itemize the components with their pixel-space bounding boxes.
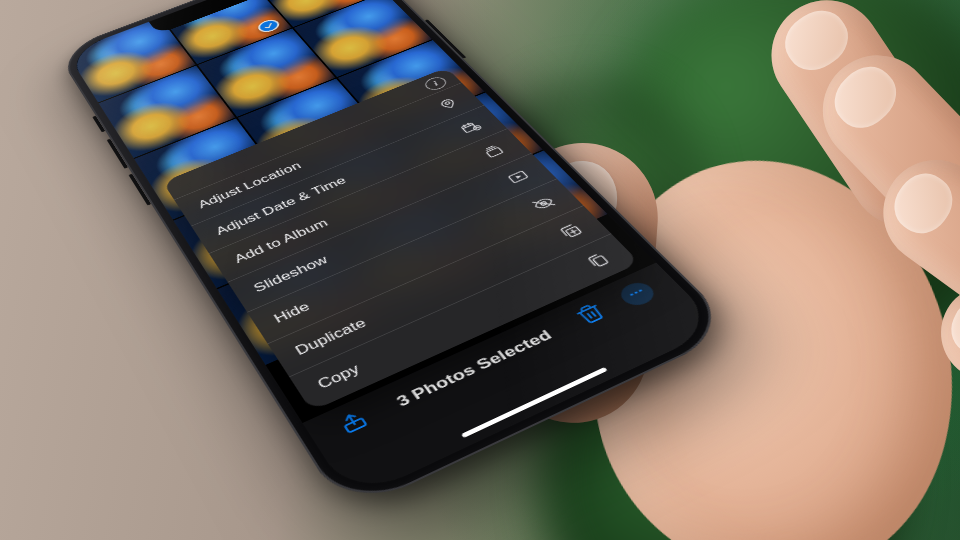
ellipsis-icon [622, 283, 653, 305]
calendar-clock-icon [456, 118, 485, 137]
plus-square-on-square-icon [554, 220, 587, 242]
map-pin-icon [434, 95, 463, 113]
menu-item-label: Slideshow [251, 254, 330, 295]
rectangle-stack-icon [479, 142, 509, 161]
screen: i Adjust Location Adjust Date & Time [66, 0, 721, 501]
menu-item-label: Duplicate [293, 316, 369, 358]
trash-button[interactable] [568, 298, 616, 331]
scene: i Adjust Location Adjust Date & Time [0, 0, 960, 540]
menu-item-label: Hide [272, 300, 313, 326]
phone: i Adjust Location Adjust Date & Time [56, 0, 738, 514]
share-icon [335, 407, 375, 440]
menu-item-label: Add to Album [232, 217, 330, 266]
menu-item-duplicate[interactable]: Duplicate [268, 205, 611, 376]
svg-point-0 [445, 101, 451, 105]
menu-item-label: Copy [315, 362, 363, 392]
svg-line-12 [572, 230, 575, 233]
eye-slash-icon [528, 193, 560, 214]
svg-rect-14 [593, 255, 609, 266]
more-button[interactable] [615, 279, 659, 309]
doc-on-doc-icon [581, 249, 615, 272]
svg-line-17 [592, 312, 596, 316]
menu-item-copy[interactable]: Copy [289, 233, 640, 411]
share-button[interactable] [331, 405, 378, 442]
selected-checkmark-icon [255, 18, 282, 35]
svg-rect-6 [486, 147, 503, 157]
home-indicator[interactable] [461, 367, 608, 438]
svg-point-18 [630, 293, 634, 296]
svg-line-13 [571, 230, 576, 232]
svg-point-9 [540, 201, 547, 206]
svg-rect-11 [565, 226, 581, 237]
bottom-toolbar: 3 Photos Selected [303, 263, 722, 501]
svg-point-20 [638, 289, 642, 292]
svg-line-16 [588, 314, 592, 318]
svg-line-10 [533, 196, 555, 210]
selection-count-label: 3 Photos Selected [365, 315, 583, 424]
svg-rect-15 [345, 418, 367, 433]
svg-point-19 [634, 291, 638, 294]
info-icon: i [431, 79, 441, 87]
photo-grid [66, 0, 656, 423]
menu-item-hide[interactable]: Hide [247, 179, 583, 344]
